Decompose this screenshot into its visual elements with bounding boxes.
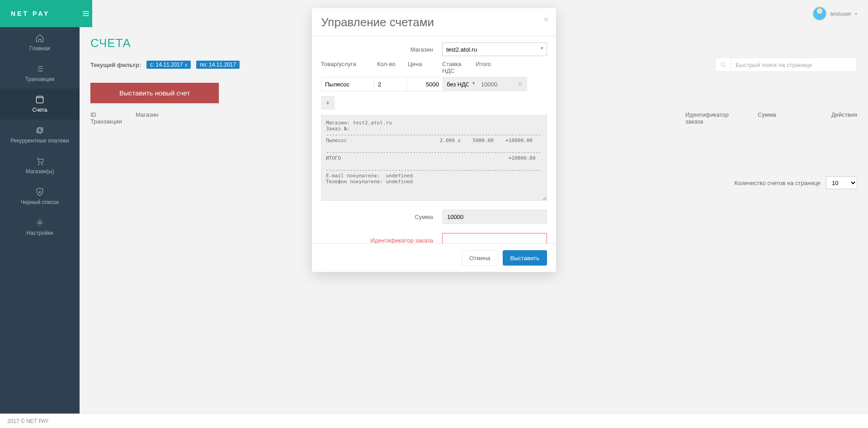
sum-input[interactable] [442, 209, 547, 224]
item-qty-input[interactable] [374, 77, 407, 91]
modal: Управление счетами × Магазин test2.atol.… [312, 8, 556, 272]
col-qty: Кол-во [377, 61, 404, 74]
summary-textarea[interactable] [321, 115, 547, 201]
shop-select[interactable]: test2.atol.ru [442, 43, 547, 56]
shop-label: Магазин [410, 46, 433, 53]
order-id-row: Идентификатор заказа [321, 233, 547, 244]
delete-line-button[interactable] [514, 77, 527, 91]
line-item-row: без НДС 10000 [321, 77, 547, 91]
modal-footer: Отмена Выставить [312, 244, 556, 272]
col-vat: Ставка НДС [442, 61, 472, 74]
sum-label: Сумма [415, 214, 433, 220]
shop-row: Магазин test2.atol.ru [321, 43, 547, 56]
shop-select-wrap: test2.atol.ru [442, 43, 547, 56]
item-vat-select[interactable]: без НДС [443, 77, 477, 91]
item-price-input[interactable] [407, 77, 443, 91]
modal-close-button[interactable]: × [543, 14, 549, 25]
add-line-button[interactable]: + [321, 96, 335, 109]
col-price: Цена [408, 61, 439, 74]
modal-overlay: Управление счетами × Магазин test2.atol.… [0, 0, 868, 428]
cancel-button[interactable]: Отмена [462, 250, 498, 266]
col-total: Итого [476, 61, 507, 74]
item-total-readonly: 10000 [477, 77, 514, 91]
order-id-label: Идентификатор заказа [370, 237, 433, 244]
sum-row: Сумма [321, 209, 547, 224]
modal-body: Магазин test2.atol.ru Товар/услуга Кол-в… [312, 36, 556, 244]
submit-button[interactable]: Выставить [503, 250, 547, 266]
modal-header: Управление счетами × [312, 8, 556, 36]
col-item: Товар/услуга [321, 61, 373, 74]
item-name-input[interactable] [321, 77, 374, 91]
modal-title: Управление счетами [321, 15, 547, 29]
order-id-input[interactable] [442, 233, 547, 244]
line-items-header: Товар/услуга Кол-во Цена Ставка НДС Итог… [321, 61, 547, 74]
